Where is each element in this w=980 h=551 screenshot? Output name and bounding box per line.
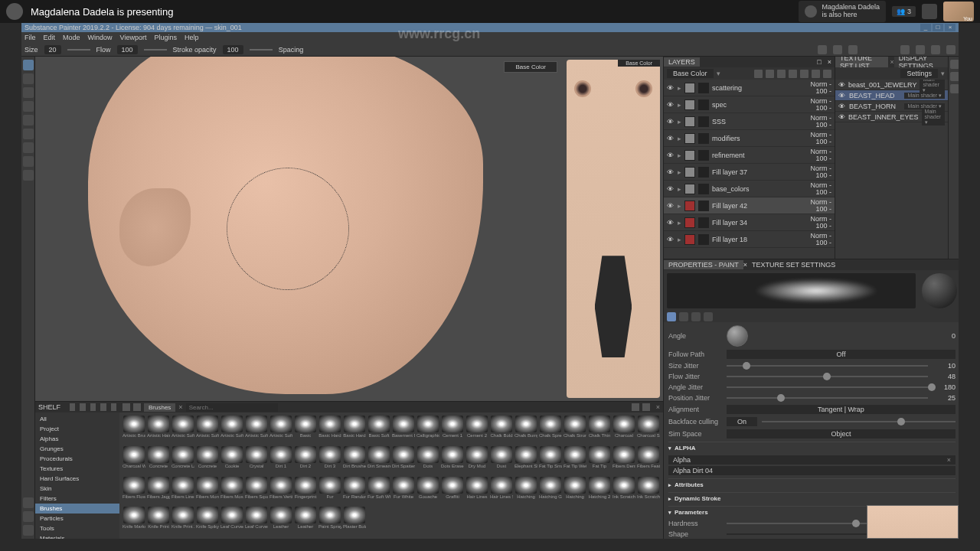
- layer-swatch[interactable]: [684, 201, 695, 211]
- shelf-tab-brushes[interactable]: Brushes: [144, 403, 175, 412]
- brush-item[interactable]: Chalk Spread: [539, 416, 562, 445]
- shelf-cat-all[interactable]: All: [35, 414, 119, 424]
- size-slider[interactable]: [67, 49, 90, 51]
- mask-swatch[interactable]: [698, 116, 709, 127]
- delete-icon[interactable]: [812, 70, 820, 78]
- brush-item[interactable]: Leather: [294, 507, 317, 536]
- viewport-mode-dropdown[interactable]: Base Color: [504, 61, 557, 73]
- mask-swatch[interactable]: [698, 83, 709, 93]
- layer-swatch[interactable]: [684, 184, 695, 194]
- brush-item[interactable]: Dots Eraser: [441, 446, 464, 475]
- layers-close-icon[interactable]: ×: [825, 58, 835, 66]
- layer-row[interactable]: 👁▸refinementNorm -100 -: [664, 147, 835, 164]
- brush-item[interactable]: Fibers Mono: [196, 477, 219, 506]
- brush-item[interactable]: Fur: [318, 477, 341, 506]
- brush-item[interactable]: Fur Random: [343, 477, 366, 506]
- brush-item[interactable]: Basic Hard: [318, 416, 341, 445]
- brush-item[interactable]: Fur Soft White: [368, 477, 390, 506]
- expand-icon[interactable]: ▸: [678, 168, 681, 176]
- min-button[interactable]: _: [920, 24, 931, 31]
- shelf-cat-materials[interactable]: Materials: [35, 533, 119, 539]
- texture-set-item[interactable]: 👁BEAST_INNER_EYESMain shader ▾: [835, 112, 948, 122]
- layers-undock-icon[interactable]: □: [814, 58, 824, 66]
- shelf-cat-filters[interactable]: Filters: [35, 494, 119, 504]
- shelf-close-icon[interactable]: ×: [656, 403, 660, 411]
- brush-item[interactable]: Graffiti: [441, 477, 464, 506]
- flow-value[interactable]: 100: [117, 45, 138, 54]
- brush-item[interactable]: Fibers Lines: [172, 477, 194, 506]
- brush-item[interactable]: Calligraphic: [416, 416, 439, 445]
- close-button[interactable]: ×: [945, 24, 956, 31]
- grid-small-icon[interactable]: [632, 403, 639, 411]
- participants-badge[interactable]: 👥 3: [892, 6, 916, 17]
- brush-item[interactable]: Artistic Soft: [220, 416, 243, 445]
- fill-tool-icon[interactable]: [23, 101, 34, 112]
- brush-item[interactable]: Leaf Curved: [220, 507, 243, 536]
- layer-swatch[interactable]: [684, 167, 695, 178]
- brush-item[interactable]: Hair Lines: [466, 477, 488, 506]
- brush-item[interactable]: Concrete: [147, 446, 170, 475]
- section-attributes[interactable]: Attributes: [668, 478, 956, 491]
- eye-icon[interactable]: 👁: [838, 92, 846, 99]
- add-fill-icon[interactable]: [777, 70, 786, 78]
- eye-icon[interactable]: 👁: [667, 118, 675, 126]
- expand-icon[interactable]: ▸: [678, 202, 681, 210]
- mode-line-icon[interactable]: [679, 312, 688, 321]
- chat-icon[interactable]: [922, 4, 937, 19]
- section-alpha[interactable]: ALPHA: [668, 442, 956, 454]
- brush-item[interactable]: Cookie: [220, 446, 243, 475]
- size-value[interactable]: 20: [44, 45, 61, 54]
- brush-item[interactable]: Artistic Soft: [172, 416, 194, 445]
- mode-square-icon[interactable]: [704, 312, 713, 321]
- brush-item[interactable]: Hair Lines S: [490, 477, 513, 506]
- brush-item[interactable]: Leaf Curves: [245, 507, 268, 536]
- layer-row[interactable]: 👁▸SSSNorm -100 -: [664, 113, 835, 130]
- brush-item[interactable]: Elephant Skin: [514, 446, 537, 475]
- position-jitter-slider[interactable]: [727, 394, 928, 402]
- shelf-cat-procedurals[interactable]: Procedurals: [35, 454, 119, 464]
- brush-item[interactable]: Crystal: [245, 446, 268, 475]
- brush-item[interactable]: Chalk Bold: [490, 416, 513, 445]
- expand-icon[interactable]: ▸: [678, 135, 681, 142]
- shelf-refresh-icon[interactable]: [90, 403, 96, 411]
- redo-icon[interactable]: [916, 45, 925, 54]
- layer-row[interactable]: 👁▸modifiersNorm -100 -: [664, 130, 835, 147]
- undo-icon[interactable]: [900, 45, 910, 54]
- brush-item[interactable]: Artistic Soft: [270, 416, 292, 445]
- viewport-3d[interactable]: Base Color: [35, 57, 562, 401]
- viewport2d-mode-dropdown[interactable]: Base Color: [618, 60, 660, 67]
- brush-item[interactable]: Ink Scratches: [637, 477, 660, 506]
- eye-icon[interactable]: 👁: [667, 185, 675, 193]
- brush-item[interactable]: Ink Scratches: [612, 477, 635, 506]
- tab-close-icon[interactable]: ×: [178, 403, 182, 411]
- bake-icon[interactable]: [931, 45, 940, 54]
- brush-item[interactable]: Gouache: [416, 477, 439, 506]
- eye-icon[interactable]: 👁: [667, 202, 675, 210]
- brush-item[interactable]: Charcoal W: [122, 446, 145, 475]
- mask-swatch[interactable]: [698, 167, 709, 178]
- add-mask-icon[interactable]: [766, 70, 774, 78]
- brush-item[interactable]: Fibers Vertical: [270, 477, 292, 506]
- eye-icon[interactable]: 👁: [838, 113, 845, 121]
- brush-item[interactable]: Plaster Bold: [343, 507, 366, 536]
- mask-swatch[interactable]: [698, 150, 709, 161]
- brush-item[interactable]: Concrete: [196, 446, 219, 475]
- shelf-search-input[interactable]: [186, 403, 278, 412]
- axis-gizmo[interactable]: [534, 373, 557, 396]
- expand-icon[interactable]: ▸: [678, 84, 681, 92]
- brush-item[interactable]: Dirt 2: [294, 446, 317, 475]
- shelf-cat-alphas[interactable]: Alphas: [35, 434, 119, 444]
- shelf-cat-tools[interactable]: Tools: [35, 523, 119, 533]
- channel-dropdown[interactable]: Base Color: [667, 69, 714, 78]
- brush-item[interactable]: Dirt Spatter: [392, 446, 415, 475]
- angle-dial[interactable]: [727, 325, 748, 347]
- brush-item[interactable]: Fat Tip Small: [539, 446, 562, 475]
- shelf-add-icon[interactable]: [70, 403, 75, 411]
- flow-jitter-slider[interactable]: [727, 373, 928, 380]
- expand-icon[interactable]: ▸: [678, 185, 681, 193]
- brush-item[interactable]: Artistic Soft: [196, 416, 219, 445]
- brush-item[interactable]: Artistic Hair: [147, 416, 170, 445]
- brush-item[interactable]: Chalk Strong: [564, 416, 586, 445]
- alpha-chip-1[interactable]: Alpha×: [668, 455, 956, 465]
- layer-row[interactable]: 👁▸Fill layer 37Norm -100 -: [664, 164, 835, 181]
